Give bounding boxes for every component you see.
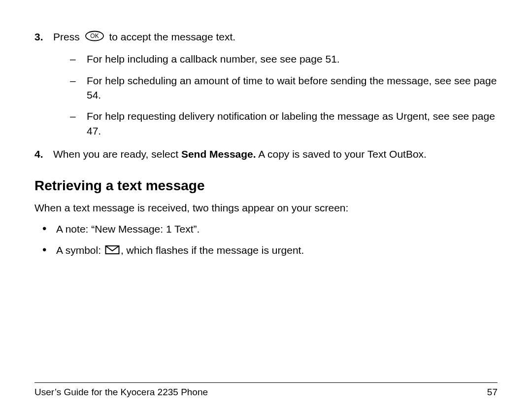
- bullet-item: A note: “New Message: 1 Text”.: [42, 222, 498, 236]
- intro-text: When a text message is received, two thi…: [34, 201, 498, 215]
- bullet2-after: , which flashes if the message is urgent…: [121, 244, 304, 256]
- footer-page-number: 57: [487, 386, 498, 399]
- svg-text:OK: OK: [90, 33, 99, 39]
- section-heading: Retrieving a text message: [34, 176, 498, 195]
- step4-after: A copy is saved to your Text OutBox.: [256, 148, 427, 160]
- step-text-before: Press: [53, 31, 80, 42]
- sub-item: For help including a callback number, se…: [70, 52, 498, 66]
- footer-title: User’s Guide for the Kyocera 2235 Phone: [34, 386, 208, 399]
- bullet-list: A note: “New Message: 1 Text”. A symbol:…: [34, 222, 498, 259]
- sub-item: For help scheduling an amount of time to…: [70, 73, 498, 103]
- step-number: 4.: [34, 147, 43, 161]
- step-4: 4. When you are ready, select Send Messa…: [34, 147, 498, 161]
- sub-item: For help requesting delivery notificatio…: [70, 109, 498, 138]
- step4-bold: Send Message.: [181, 148, 256, 160]
- envelope-icon: [105, 244, 120, 258]
- page-footer: User’s Guide for the Kyocera 2235 Phone …: [34, 382, 498, 399]
- step4-before: When you are ready, select: [53, 148, 181, 160]
- ok-button-icon: OK: [85, 31, 104, 45]
- bullet-item: A symbol: , which flashes if the message…: [42, 243, 498, 258]
- step-text-after: to accept the message text.: [109, 31, 235, 42]
- step-number: 3.: [34, 30, 43, 44]
- sub-list: For help including a callback number, se…: [53, 52, 498, 138]
- step-3: 3. Press OK to accept the message text. …: [34, 30, 498, 138]
- bullet2-before: A symbol:: [56, 244, 104, 256]
